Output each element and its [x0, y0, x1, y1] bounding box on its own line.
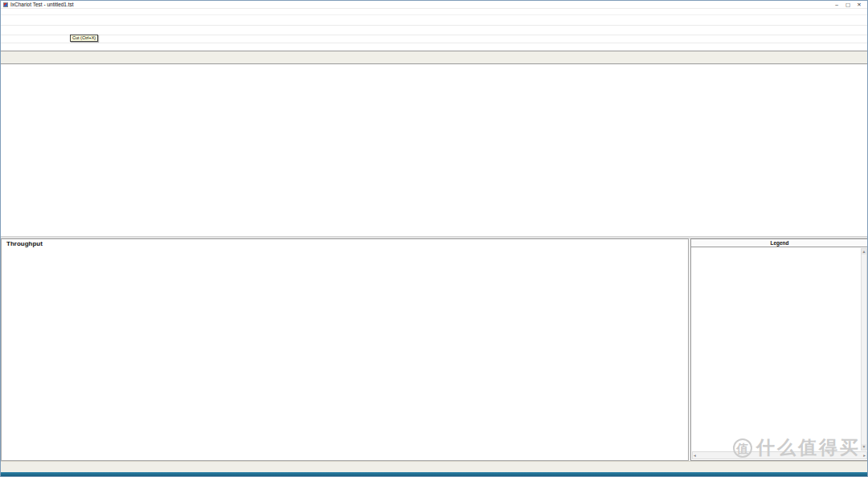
chart-title: Throughput [2, 239, 688, 248]
scroll-down-icon[interactable]: ▼ [862, 444, 866, 450]
maximize-button[interactable]: ▢ [842, 1, 854, 8]
scroll-left-icon[interactable]: ◂ [694, 453, 696, 458]
legend-list [691, 247, 868, 251]
tab-bar [1, 43, 867, 51]
bottom-pane: Throughput Legend ▲ ▼ ◂ ▸ [1, 238, 868, 461]
menu-bar [1, 9, 867, 15]
taskbar-edge [1, 472, 868, 477]
pairs-table [1, 51, 867, 236]
close-button[interactable]: ✕ [854, 1, 865, 8]
app-icon [3, 2, 8, 7]
toolbar-view [1, 26, 867, 35]
table-body [1, 64, 867, 236]
cut-tooltip: Cut (Ctrl+X) [70, 35, 98, 42]
legend-panel: Legend ▲ ▼ ◂ ▸ [690, 238, 868, 461]
toolbar-main [1, 15, 867, 26]
table-header-row [1, 51, 867, 64]
toolbar-edit [1, 35, 867, 43]
scroll-right-icon[interactable]: ▸ [863, 453, 866, 458]
title-bar: IxChariot Test - untitled1.tst – ▢ ✕ [1, 1, 867, 9]
legend-horizontal-scrollbar[interactable]: ◂ ▸ [692, 451, 867, 459]
window-title: IxChariot Test - untitled1.tst [10, 2, 831, 7]
legend-vertical-scrollbar[interactable]: ▲ ▼ [861, 248, 867, 450]
throughput-chart [2, 248, 688, 460]
scroll-up-icon[interactable]: ▲ [862, 249, 866, 255]
status-bar [1, 461, 868, 472]
ixchariot-window: IxChariot Test - untitled1.tst – ▢ ✕ Cut… [0, 0, 868, 477]
legend-title: Legend [691, 239, 868, 247]
throughput-chart-panel: Throughput [1, 238, 689, 461]
minimize-button[interactable]: – [831, 1, 842, 8]
